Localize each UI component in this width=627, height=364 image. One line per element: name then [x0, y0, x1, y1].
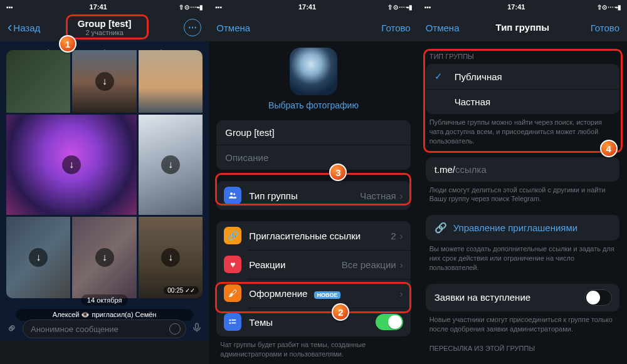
- check-icon: ✓: [435, 71, 447, 82]
- public-link-input[interactable]: t.me/ссылка: [426, 157, 619, 182]
- status-bar: ▪▪▪ 17:41 ⇧ ⊙ ⋯ ⌁▮: [418, 0, 627, 14]
- media-tile[interactable]: ↓ 00:25 ✓✓: [139, 217, 203, 298]
- row-topics[interactable]: Темы: [216, 308, 410, 336]
- row-value: Все реакции: [342, 259, 396, 270]
- chat-title-block[interactable]: Group [test] 2 участника: [42, 19, 167, 37]
- row-reactions[interactable]: ♥ Реакции Все реакции ›: [216, 250, 410, 279]
- svg-rect-6: [232, 323, 236, 324]
- phone-edit-screen: ▪▪▪ 17:41 ⇧ ⊙ ⋯ ⌁▮ Отмена Готово Выбрать…: [209, 0, 418, 364]
- download-icon[interactable]: ↓: [95, 248, 114, 267]
- row-value: Частная: [360, 190, 396, 201]
- status-bar: ▪▪▪ 17:41 ⇧ ⊙ ⋯ ⌁▮: [0, 0, 209, 14]
- option-label: Частная: [455, 96, 490, 107]
- settings-group-1: Тип группы Частная ›: [216, 181, 410, 210]
- media-tile[interactable]: ↓: [139, 115, 203, 215]
- input-placeholder: Анонимное сообщение: [31, 325, 119, 334]
- option-public[interactable]: ✓ Публичная: [426, 64, 619, 90]
- status-icons: ⇧ ⊙ ⋯ ⌁▮: [368, 4, 412, 11]
- date-pill: 14 октября: [81, 294, 129, 306]
- annotation-4: 4: [600, 140, 618, 157]
- link-placeholder: ссылка: [455, 164, 487, 175]
- media-tile[interactable]: [139, 50, 203, 113]
- status-icons: ⇧ ⊙ ⋯ ⌁▮: [577, 4, 621, 11]
- cancel-label: Отмена: [216, 23, 250, 33]
- status-signal: ▪▪▪: [215, 4, 246, 11]
- edit-nav-bar: Отмена Готово: [209, 14, 418, 41]
- media-tile[interactable]: ↓: [6, 217, 70, 298]
- row-label: Пригласительные ссылки: [249, 231, 391, 241]
- chat-subtitle: 2 участника: [42, 29, 167, 36]
- status-signal: ▪▪▪: [6, 4, 38, 11]
- download-icon[interactable]: ↓: [161, 155, 180, 174]
- svg-point-2: [234, 194, 236, 195]
- row-label: Темы: [249, 317, 375, 328]
- group-avatar[interactable]: [290, 48, 337, 95]
- link-icon: 🔗: [224, 227, 241, 244]
- video-duration: 00:25: [167, 287, 183, 294]
- row-value: 2: [391, 231, 396, 241]
- topics-footer: Чат группы будет разбит на темы, созданн…: [209, 336, 418, 359]
- row-invite-links[interactable]: 🔗 Пригласительные ссылки 2 ›: [216, 221, 410, 250]
- media-tile[interactable]: ↓: [6, 115, 137, 215]
- type-content[interactable]: ТИП ГРУППЫ ✓ Публичная Частная Публичные…: [418, 41, 627, 364]
- back-button[interactable]: ‹ Назад: [8, 19, 45, 36]
- download-icon[interactable]: ↓: [161, 248, 180, 267]
- people-icon: [224, 187, 241, 204]
- chat-nav-bar: ‹ Назад Group [test] 2 участника ⋯: [0, 14, 209, 41]
- download-icon[interactable]: ↓: [62, 155, 81, 174]
- svg-rect-3: [229, 320, 231, 321]
- cancel-button[interactable]: Отмена: [426, 23, 463, 33]
- status-time: 17:41: [246, 3, 367, 11]
- type-options-group: ✓ Публичная Частная: [426, 64, 619, 114]
- cancel-label: Отмена: [426, 23, 460, 33]
- svg-point-1: [230, 192, 233, 195]
- back-label: Назад: [13, 23, 40, 33]
- link-prefix: t.me/: [435, 164, 455, 175]
- approve-toggle[interactable]: [584, 289, 612, 306]
- media-tile[interactable]: ↓: [72, 217, 136, 298]
- option-label: Публичная: [455, 71, 502, 82]
- phone-chat-screen: ▪▪▪ 17:41 ⇧ ⊙ ⋯ ⌁▮ ‹ Назад Group [test] …: [0, 0, 209, 364]
- done-label: Готово: [591, 23, 619, 33]
- row-group-type[interactable]: Тип группы Частная ›: [216, 181, 410, 210]
- read-check-icon: ✓✓: [185, 287, 195, 294]
- more-button[interactable]: ⋯: [184, 19, 201, 36]
- chevron-right-icon: ›: [400, 288, 403, 299]
- done-button[interactable]: Готово: [582, 23, 619, 33]
- group-desc-input[interactable]: Описание: [216, 145, 410, 170]
- name-desc-group: Group [test] Описание: [216, 120, 410, 170]
- chat-background[interactable]: ↓ ↓ ↓ ↓ ↓ ↓ 00:25 ✓✓ 14 октяб: [0, 41, 209, 341]
- status-bar: ▪▪▪ 17:41 ⇧ ⊙ ⋯ ⌁▮: [209, 0, 418, 14]
- media-tile[interactable]: ↓: [72, 50, 136, 113]
- option-private[interactable]: Частная: [426, 90, 619, 114]
- media-tile[interactable]: [6, 50, 70, 113]
- svg-rect-5: [229, 323, 231, 324]
- svg-rect-0: [196, 323, 199, 329]
- media-album: ↓ ↓ ↓ ↓ ↓ ↓ 00:25 ✓✓: [6, 50, 203, 298]
- choose-photo-link[interactable]: Выбрать фотографию: [209, 100, 418, 110]
- approve-group: Заявки на вступление: [426, 284, 619, 311]
- download-icon[interactable]: ↓: [29, 248, 48, 267]
- topics-toggle[interactable]: [376, 314, 403, 330]
- section-header-forward: ПЕРЕСЫЛКА ИЗ ЭТОЙ ГРУППЫ: [418, 345, 627, 356]
- edit-content[interactable]: Выбрать фотографию Group [test] Описание…: [209, 41, 418, 364]
- row-appearance[interactable]: 🖌 Оформление НОВОЕ ›: [216, 279, 410, 308]
- group-name-input[interactable]: Group [test]: [216, 120, 410, 145]
- message-input-bar: ⚭ Анонимное сообщение: [6, 318, 203, 340]
- done-button[interactable]: Готово: [373, 23, 411, 33]
- download-icon[interactable]: ↓: [95, 72, 114, 91]
- video-duration-badge: 00:25 ✓✓: [164, 286, 199, 294]
- status-signal: ▪▪▪: [424, 4, 456, 11]
- new-badge: НОВОЕ: [314, 291, 341, 299]
- topics-icon: [224, 313, 241, 331]
- manage-invites-button[interactable]: 🔗 Управление приглашениями: [426, 215, 619, 241]
- mic-icon[interactable]: [191, 322, 203, 336]
- link-footer-note: Люди смогут делиться этой ссылкой с друг…: [418, 182, 627, 204]
- section-header-type: ТИП ГРУППЫ: [418, 53, 627, 64]
- chevron-right-icon: ›: [400, 259, 403, 270]
- message-input[interactable]: Анонимное сообщение: [23, 320, 186, 338]
- sticker-icon[interactable]: [169, 323, 181, 335]
- cancel-button[interactable]: Отмена: [216, 23, 254, 33]
- svg-rect-4: [232, 320, 236, 321]
- row-approve-requests[interactable]: Заявки на вступление: [426, 284, 619, 311]
